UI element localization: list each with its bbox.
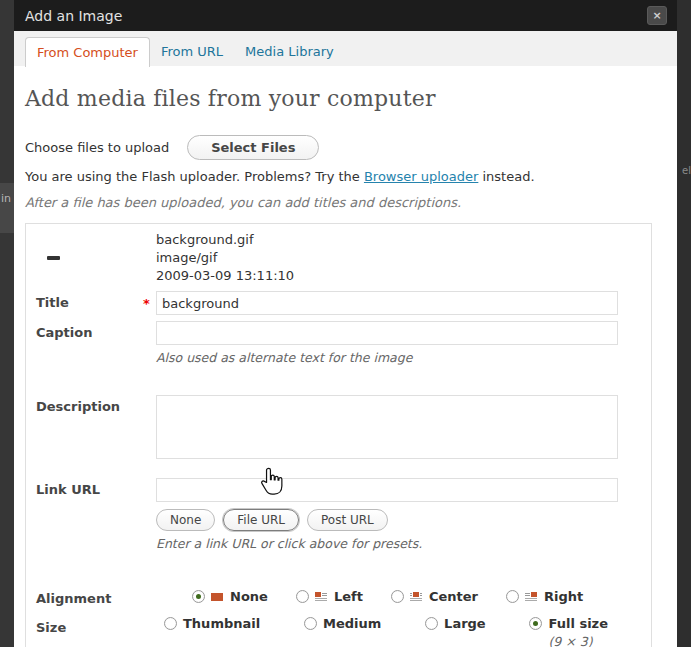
size-label: Size <box>36 616 156 647</box>
title-input[interactable] <box>156 291 618 315</box>
browser-uploader-link[interactable]: Browser uploader <box>364 169 478 184</box>
align-left-icon <box>315 592 328 602</box>
alignment-field-row: Alignment None Left <box>36 587 651 606</box>
link-none-button[interactable]: None <box>156 509 215 531</box>
link-file-url-button[interactable]: File URL <box>223 509 299 531</box>
radio-icon[interactable] <box>391 590 404 603</box>
dimmed-page-left <box>0 0 14 647</box>
tab-from-computer[interactable]: From Computer <box>25 37 150 67</box>
dialog-title: Add an Image <box>25 8 647 24</box>
link-url-field-row: Link URL None File URL Post URL Enter a … <box>36 478 651 565</box>
alignment-label: Alignment <box>36 587 156 606</box>
align-none-icon <box>211 592 224 602</box>
radio-icon[interactable] <box>296 590 309 603</box>
link-url-help: Enter a link URL or click above for pres… <box>156 536 618 551</box>
close-icon[interactable]: × <box>647 6 667 25</box>
screen: in el Add an Image × From Computer From … <box>0 0 691 647</box>
link-url-label: Link URL <box>36 478 156 565</box>
size-option-thumbnail[interactable]: Thumbnail <box>164 616 260 631</box>
title-label: Title <box>36 291 156 315</box>
radio-checked-icon[interactable] <box>529 617 542 630</box>
file-date: 2009-03-09 13:11:10 <box>156 267 618 285</box>
caption-help: Also used as alternate text for the imag… <box>156 350 618 365</box>
size-field-row: Size Thumbnail Medium Large <box>36 616 651 647</box>
file-thumbnail-cell <box>36 231 156 285</box>
description-label: Description <box>36 395 156 462</box>
caption-label: Caption <box>36 321 156 379</box>
choose-files-label: Choose files to upload <box>25 140 169 155</box>
full-size-dimensions: (9 × 3) <box>548 634 608 647</box>
page-title: Add media files from your computer <box>25 86 666 111</box>
radio-icon[interactable] <box>304 617 317 630</box>
size-option-medium[interactable]: Medium <box>304 616 381 631</box>
align-right-icon <box>525 592 538 602</box>
dimmed-page-right <box>677 0 691 647</box>
dialog-content: Add media files from your computer Choos… <box>14 66 677 647</box>
background-text-fragment: in <box>1 192 11 205</box>
size-option-full-size[interactable]: Full size <box>529 616 608 631</box>
dialog-titlebar: Add an Image × <box>14 0 677 31</box>
file-meta: background.gif image/gif 2009-03-09 13:1… <box>156 231 618 285</box>
radio-icon[interactable] <box>425 617 438 630</box>
media-tabs: From Computer From URL Media Library <box>14 31 677 66</box>
align-center-icon <box>410 592 423 602</box>
description-field-row: Description <box>36 395 651 462</box>
alignment-option-none[interactable]: None <box>192 589 268 604</box>
caption-input[interactable] <box>156 321 618 345</box>
after-upload-note: After a file has been uploaded, you can … <box>25 195 666 210</box>
description-textarea[interactable] <box>156 395 618 459</box>
alignment-option-right[interactable]: Right <box>506 589 583 604</box>
link-url-input[interactable] <box>156 478 618 502</box>
background-text-fragment: el <box>682 165 691 176</box>
tab-from-url[interactable]: From URL <box>150 37 234 66</box>
alignment-option-left[interactable]: Left <box>296 589 363 604</box>
file-thumbnail-image <box>47 256 60 260</box>
link-post-url-button[interactable]: Post URL <box>307 509 388 531</box>
caption-field-row: Caption Also used as alternate text for … <box>36 321 651 379</box>
media-item-box: background.gif image/gif 2009-03-09 13:1… <box>25 223 652 647</box>
file-info-row: background.gif image/gif 2009-03-09 13:1… <box>36 231 651 285</box>
dimmed-page-band <box>0 183 14 233</box>
tab-media-library[interactable]: Media Library <box>234 37 345 66</box>
file-type: image/gif <box>156 249 618 267</box>
file-name: background.gif <box>156 231 618 249</box>
size-option-large[interactable]: Large <box>425 616 486 631</box>
radio-icon[interactable] <box>506 590 519 603</box>
select-files-button[interactable]: Select Files <box>187 135 319 160</box>
flash-uploader-note: You are using the Flash uploader. Proble… <box>25 169 666 184</box>
add-image-dialog: Add an Image × From Computer From URL Me… <box>14 0 677 647</box>
radio-checked-icon[interactable] <box>192 590 205 603</box>
title-field-row: Title * <box>36 291 651 315</box>
required-asterisk: * <box>143 296 150 311</box>
alignment-option-center[interactable]: Center <box>391 589 478 604</box>
radio-icon[interactable] <box>164 617 177 630</box>
